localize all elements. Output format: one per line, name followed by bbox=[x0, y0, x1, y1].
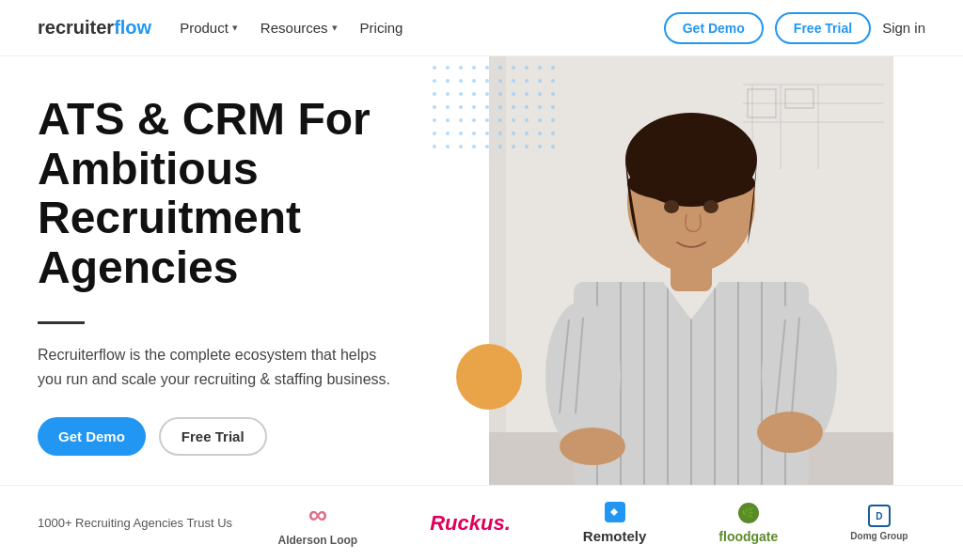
logo-items: ∞ Alderson Loop Ruckus. Remotely 🌿 flood… bbox=[260, 500, 925, 547]
svg-point-30 bbox=[757, 412, 823, 453]
logo-ruckus: Ruckus. bbox=[430, 511, 511, 536]
nav-get-demo-button[interactable]: Get Demo bbox=[664, 12, 764, 44]
hero-right bbox=[489, 56, 893, 485]
hero-free-trial-button[interactable]: Free Trial bbox=[159, 417, 267, 456]
hero-get-demo-button[interactable]: Get Demo bbox=[38, 417, 146, 456]
svg-point-34 bbox=[664, 200, 679, 213]
nav-actions: Get Demo Free Trial Sign in bbox=[664, 12, 925, 44]
logo-floodgate: 🌿 floodgate bbox=[718, 503, 778, 544]
nav-signin-button[interactable]: Sign in bbox=[882, 20, 925, 36]
svg-point-29 bbox=[560, 428, 625, 465]
navbar: recruiterflow Product ▾ Resources ▾ Pric… bbox=[0, 0, 963, 56]
orange-circle bbox=[456, 344, 522, 410]
nav-pricing[interactable]: Pricing bbox=[360, 20, 403, 36]
logo-domg-group: D Domg Group bbox=[850, 505, 908, 541]
domg-icon: D bbox=[868, 505, 891, 527]
remotely-icon bbox=[605, 502, 625, 522]
trust-text: 1000+ Recruiting Agencies Trust Us bbox=[38, 516, 232, 530]
infinity-icon: ∞ bbox=[308, 500, 327, 530]
nav-product[interactable]: Product ▾ bbox=[180, 20, 238, 36]
hero-divider bbox=[38, 321, 85, 324]
logo-alderson-loop: ∞ Alderson Loop bbox=[278, 500, 358, 547]
svg-point-33 bbox=[627, 164, 755, 202]
dot-pattern bbox=[433, 66, 555, 160]
nav-links: Product ▾ Resources ▾ Pricing bbox=[180, 20, 664, 36]
hero-section: ATS & CRM For Ambitious Recruitment Agen… bbox=[0, 56, 963, 485]
hero-heading: ATS & CRM For Ambitious Recruitment Agen… bbox=[38, 95, 451, 293]
hero-subtext: Recruiterflow is the complete ecosystem … bbox=[38, 343, 395, 391]
chevron-down-icon: ▾ bbox=[232, 22, 238, 34]
floodgate-icon: 🌿 bbox=[738, 503, 759, 523]
logo[interactable]: recruiterflow bbox=[38, 17, 151, 39]
nav-free-trial-button[interactable]: Free Trial bbox=[775, 12, 871, 44]
chevron-down-icon: ▾ bbox=[332, 22, 338, 34]
logo-flow: flow bbox=[114, 17, 151, 38]
logo-recruiter: recruiter bbox=[38, 17, 114, 38]
nav-resources[interactable]: Resources ▾ bbox=[260, 20, 338, 36]
logo-remotely: Remotely bbox=[583, 502, 647, 544]
hero-cta: Get Demo Free Trial bbox=[38, 417, 451, 456]
svg-point-35 bbox=[703, 200, 718, 213]
logos-bar: 1000+ Recruiting Agencies Trust Us ∞ Ald… bbox=[0, 485, 963, 560]
hero-left: ATS & CRM For Ambitious Recruitment Agen… bbox=[0, 56, 489, 485]
